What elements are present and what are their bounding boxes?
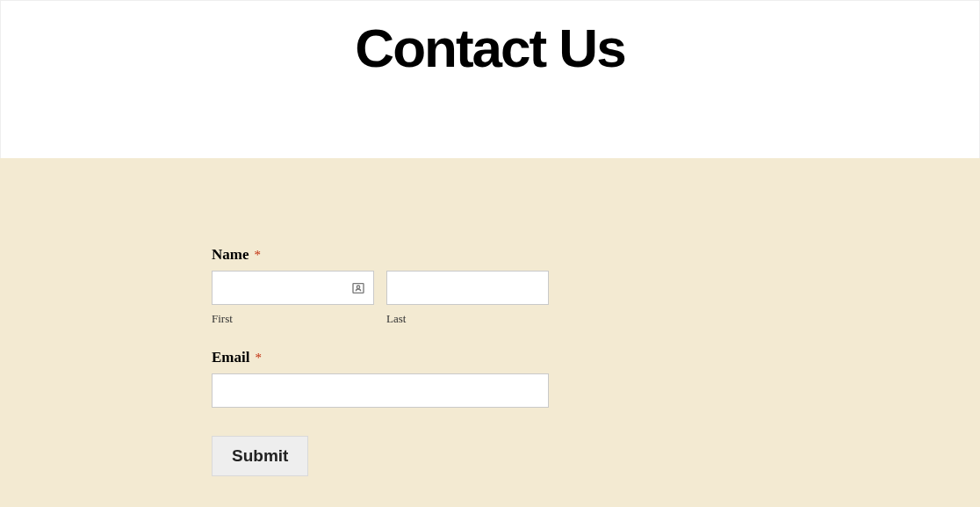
header-section: Contact Us xyxy=(0,0,980,158)
email-field-group: Email * xyxy=(212,349,980,408)
last-name-column: Last xyxy=(386,271,549,326)
contact-form-section: Name * First Las xyxy=(0,158,980,507)
email-input[interactable] xyxy=(212,373,549,408)
submit-button[interactable]: Submit xyxy=(212,436,308,476)
last-name-input[interactable] xyxy=(386,271,549,305)
page-title: Contact Us xyxy=(1,17,979,79)
last-name-sublabel: Last xyxy=(386,312,549,326)
first-name-sublabel: First xyxy=(212,312,374,326)
first-name-column: First xyxy=(212,271,374,326)
name-label: Name xyxy=(212,246,249,264)
required-star-icon: * xyxy=(254,248,261,262)
first-name-input-wrap xyxy=(212,271,374,305)
name-input-row: First Last xyxy=(212,271,980,326)
name-field-group: Name * First Las xyxy=(212,246,980,326)
email-label: Email xyxy=(212,349,249,366)
required-star-icon: * xyxy=(255,351,262,365)
first-name-input[interactable] xyxy=(212,271,374,305)
